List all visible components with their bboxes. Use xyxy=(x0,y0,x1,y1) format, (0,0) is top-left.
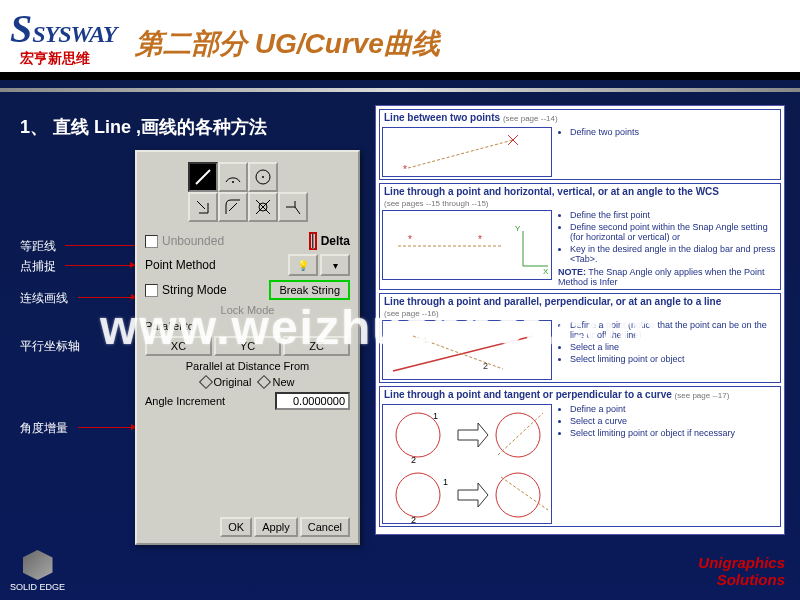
zc-button[interactable]: ZC xyxy=(283,336,350,356)
string-mode-label: String Mode xyxy=(162,283,227,297)
svg-line-32 xyxy=(501,477,548,510)
ref-section-1: Line between two points (see page --14) … xyxy=(379,109,781,180)
delta-checkbox[interactable] xyxy=(312,233,314,249)
svg-point-3 xyxy=(262,176,264,178)
accent-bar xyxy=(0,88,800,92)
ref2-item1: Define second point within the Snap Angl… xyxy=(570,222,776,242)
ref4-item1: Select a curve xyxy=(570,416,776,426)
svg-text:1: 1 xyxy=(433,411,438,421)
parallel-dist-label: Parallel at Distance From xyxy=(137,360,358,372)
ref1-pg: (see page --14) xyxy=(503,114,558,123)
original-radio[interactable]: Original xyxy=(201,376,252,388)
unbounded-label: Unbounded xyxy=(162,234,224,248)
dropdown-icon[interactable]: ▾ xyxy=(320,254,350,276)
line-dialog: Unbounded Delta Point Method 💡 ▾ String … xyxy=(135,150,360,545)
svg-point-31 xyxy=(496,473,540,517)
tool-chamfer-icon[interactable] xyxy=(248,192,278,222)
section-subtitle: 1、 直线 Line ,画线的各种方法 xyxy=(20,115,267,139)
arrow xyxy=(65,245,143,246)
svg-point-1 xyxy=(232,181,234,183)
ref1-item0: Define two points xyxy=(570,127,776,137)
svg-text:Y: Y xyxy=(515,224,521,233)
footer-logo: SOLID EDGE xyxy=(10,550,65,592)
break-string-button[interactable]: Break String xyxy=(269,280,350,300)
unbounded-row: Unbounded Delta xyxy=(145,232,350,250)
ref2-item0: Define the first point xyxy=(570,210,776,220)
ref3-title: Line through a point and parallel, perpe… xyxy=(384,296,721,307)
new-radio[interactable]: New xyxy=(259,376,294,388)
ref2-title: Line through a point and horizontal, ver… xyxy=(384,186,719,197)
logo: SSYSWAY xyxy=(10,5,117,52)
angle-increment-label: Angle Increment xyxy=(145,395,225,407)
ref2-pg: (see pages --15 through --15) xyxy=(380,199,780,208)
unbounded-checkbox[interactable] xyxy=(145,235,158,248)
ref2-item2: Key in the desired angle in the dialog b… xyxy=(570,244,776,264)
xc-button[interactable]: XC xyxy=(145,336,212,356)
ref-section-2: Line through a point and horizontal, ver… xyxy=(379,183,781,290)
svg-line-8 xyxy=(408,140,513,168)
cancel-button[interactable]: Cancel xyxy=(300,517,350,537)
arrow xyxy=(65,265,135,266)
bulb-icon[interactable]: 💡 xyxy=(288,254,318,276)
svg-text:X: X xyxy=(543,267,549,276)
svg-text:2: 2 xyxy=(483,361,488,371)
angle-increment-input[interactable]: 0.0000000 xyxy=(275,392,350,410)
tool-circle-icon[interactable] xyxy=(248,162,278,192)
label-point-snap: 点捕捉 xyxy=(20,258,56,275)
tool-arc-icon[interactable] xyxy=(218,162,248,192)
solutions-label: Solutions xyxy=(698,572,785,589)
ref-section-3: Line through a point and parallel, perpe… xyxy=(379,293,781,383)
ref3-item1: Select a line xyxy=(570,342,776,352)
svg-point-28 xyxy=(396,473,440,517)
svg-text:*: * xyxy=(478,234,482,245)
svg-text:*: * xyxy=(408,234,412,245)
point-method-label: Point Method xyxy=(145,258,216,272)
svg-line-4 xyxy=(229,203,237,211)
ref3-pg: (see page --16) xyxy=(380,309,780,318)
delta-label: Delta xyxy=(321,234,350,248)
ok-button[interactable]: OK xyxy=(220,517,252,537)
logo-subtitle: 宏亨新思维 xyxy=(20,50,90,68)
ref3-item0: Define a point (notice that the point ca… xyxy=(570,320,776,340)
tool-extend-icon[interactable] xyxy=(278,192,308,222)
footer-right: Unigraphics Solutions xyxy=(698,555,785,588)
dialog-buttons: OK Apply Cancel xyxy=(220,517,350,537)
apply-button[interactable]: Apply xyxy=(254,517,298,537)
arrow xyxy=(78,427,136,428)
tool-grid xyxy=(188,162,308,222)
solid-edge-label: SOLID EDGE xyxy=(10,582,65,592)
ref4-diagram: 12 12 xyxy=(382,404,552,524)
svg-text:1: 1 xyxy=(423,335,428,345)
label-parallel-axis: 平行坐标轴 xyxy=(20,338,80,355)
svg-text:*: * xyxy=(403,164,407,175)
ref1-diagram: * xyxy=(382,127,552,177)
reference-panel: Line between two points (see page --14) … xyxy=(375,105,785,535)
ref1-title: Line between two points xyxy=(384,112,500,123)
tool-trim-icon[interactable] xyxy=(188,192,218,222)
tool-fillet-icon[interactable] xyxy=(218,192,248,222)
new-label: New xyxy=(272,376,294,388)
arrow xyxy=(78,297,136,298)
logo-text: SYSWAY xyxy=(32,21,116,47)
svg-line-19 xyxy=(393,336,533,371)
page-title: 第二部分 UG/Curve曲线 xyxy=(135,25,440,63)
ref3-diagram: 12 xyxy=(382,320,552,380)
point-method-row: Point Method 💡 ▾ xyxy=(145,254,350,276)
original-label: Original xyxy=(214,376,252,388)
svg-line-27 xyxy=(498,413,543,455)
ref-section-4: Line through a point and tangent or perp… xyxy=(379,386,781,527)
label-cont-line: 连续画线 xyxy=(20,290,68,307)
xyz-row: XC YC ZC xyxy=(145,336,350,356)
ref4-item0: Define a point xyxy=(570,404,776,414)
parallel-to-label: Parallel to xyxy=(145,320,358,332)
string-mode-checkbox[interactable] xyxy=(145,284,158,297)
svg-text:2: 2 xyxy=(411,455,416,465)
ref4-pg: (see page --17) xyxy=(675,391,730,400)
yc-button[interactable]: YC xyxy=(214,336,281,356)
svg-text:1: 1 xyxy=(443,477,448,487)
tool-line-icon[interactable] xyxy=(188,162,218,192)
header: SSYSWAY 宏亨新思维 第二部分 UG/Curve曲线 xyxy=(0,0,800,80)
lock-mode-label: Lock Mode xyxy=(137,304,358,316)
radio-row: Original New xyxy=(137,376,358,388)
angle-increment-row: Angle Increment 0.0000000 xyxy=(145,392,350,410)
